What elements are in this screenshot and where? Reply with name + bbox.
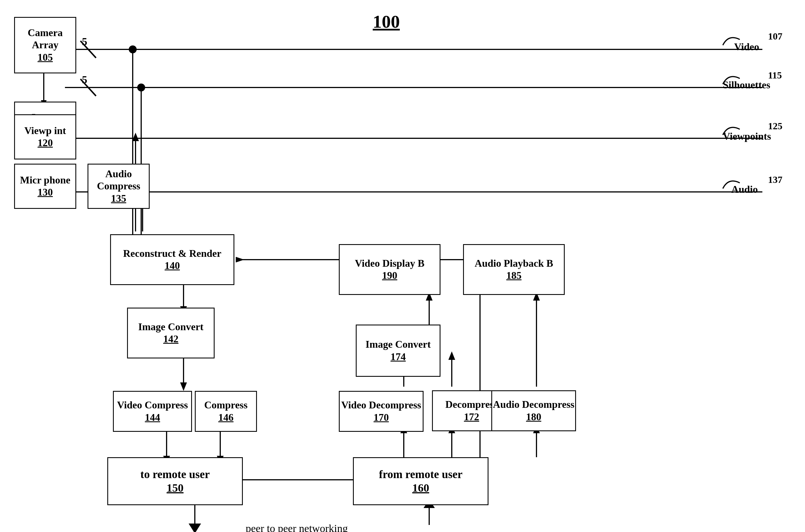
decompress-172-label: Decompress xyxy=(445,399,498,411)
svg-marker-56 xyxy=(236,257,244,263)
svg-text:5: 5 xyxy=(82,36,87,48)
video-decompress-box: Video Decompress 170 xyxy=(339,391,424,432)
microphone-num: 130 xyxy=(38,186,53,198)
audio-playback-num: 185 xyxy=(506,269,522,282)
audio-playback-label: Audio Playback B xyxy=(475,258,553,269)
to-remote-num: 150 xyxy=(167,481,184,495)
from-remote-num: 160 xyxy=(412,481,429,495)
viewpoint-label: Viewp int xyxy=(24,125,66,137)
viewpoint-box: Viewp int 120 xyxy=(14,114,76,159)
reconstruct-box: Reconstruct & Render 140 xyxy=(110,234,235,285)
video-display-box: Video Display B 190 xyxy=(339,244,441,295)
video-compress-num: 144 xyxy=(145,412,160,424)
microphone-box: Micr phone 130 xyxy=(14,164,76,209)
audio-compress-num: 135 xyxy=(111,192,126,205)
image-convert-174-label: Image Convert xyxy=(366,338,431,350)
camera-array-label: Camera Array xyxy=(15,27,75,51)
video-decompress-num: 170 xyxy=(374,412,389,424)
svg-text:5: 5 xyxy=(82,74,87,86)
audio-decompress-box: Audio Decompress 180 xyxy=(491,390,576,431)
compress-146-label: Compress xyxy=(204,399,247,411)
to-remote-box: to remote user 150 xyxy=(107,457,243,505)
video-curve xyxy=(717,25,774,59)
svg-marker-46 xyxy=(448,352,455,360)
decompress-172-num: 172 xyxy=(464,411,479,423)
video-display-label: Video Display B xyxy=(355,258,425,269)
to-remote-label: to remote user xyxy=(140,468,210,481)
audio-playback-box: Audio Playback B 185 xyxy=(463,244,565,295)
image-convert-142-box: Image Convert 142 xyxy=(127,308,214,358)
audio-decompress-num: 180 xyxy=(526,411,541,423)
camera-array-box: Camera Array 105 xyxy=(14,17,76,73)
viewpoint-num: 120 xyxy=(38,137,53,149)
camera-array-num: 105 xyxy=(38,51,53,63)
audio-compress-label: Audio Compress xyxy=(88,168,149,192)
image-convert-174-num: 174 xyxy=(391,351,406,363)
silhouettes-curve xyxy=(717,64,774,98)
from-remote-label: from remote user xyxy=(379,468,463,481)
compress-146-box: Compress 146 xyxy=(195,391,257,432)
compress-146-num: 146 xyxy=(218,412,233,424)
video-compress-label: Video Compress xyxy=(117,399,188,411)
audio-compress-box: Audio Compress 135 xyxy=(88,164,150,209)
image-convert-174-box: Image Convert 174 xyxy=(356,325,441,377)
audio-curve xyxy=(717,169,774,203)
viewpoints-curve xyxy=(717,115,774,149)
video-decompress-label: Video Decompress xyxy=(341,399,421,411)
image-convert-142-num: 142 xyxy=(163,333,179,345)
svg-marker-34 xyxy=(189,524,201,532)
audio-decompress-label: Audio Decompress xyxy=(493,399,574,411)
video-compress-box: Video Compress 144 xyxy=(113,391,192,432)
reconstruct-num: 140 xyxy=(165,260,180,272)
video-display-num: 190 xyxy=(382,269,397,282)
from-remote-box: from remote user 160 xyxy=(353,457,488,505)
peer-label: peer to peer networking xyxy=(246,522,348,532)
reconstruct-label: Reconstruct & Render xyxy=(123,248,221,260)
image-convert-142-label: Image Convert xyxy=(138,321,204,333)
microphone-label: Micr phone xyxy=(20,174,70,186)
svg-marker-28 xyxy=(180,382,187,391)
